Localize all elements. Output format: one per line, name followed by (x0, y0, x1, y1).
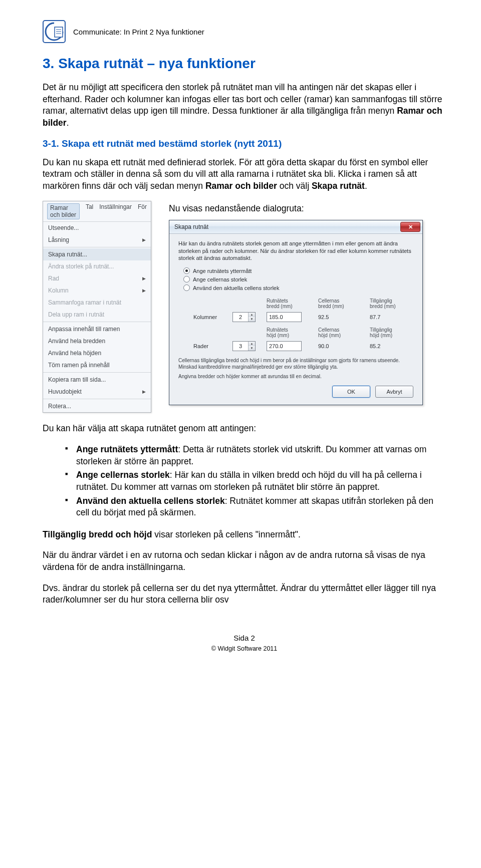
grid-height-input[interactable]: 270.0 (267, 341, 302, 351)
menu-separator (43, 247, 151, 247)
chevron-up-icon: ▲ (248, 342, 255, 346)
menu-item[interactable]: Rotera... (43, 400, 151, 412)
paragraph-update: När du ändrar värdet i en av rutorna och… (43, 549, 446, 573)
menu-item[interactable]: Huvudobjekt▶ (43, 386, 151, 398)
menu-item: Sammanfoga ramar i rutnät (43, 297, 151, 309)
radio-outer-size[interactable]: Ange rutnätets yttermått (183, 267, 413, 274)
menu-item-label: Kolumn (48, 287, 69, 294)
menu-item-label: Låsning (48, 236, 69, 243)
menu-item-label: Töm ramen på innehåll (48, 362, 110, 369)
columns-row: Kolumner 2 ▲▼ 185.0 92.5 87.7 (193, 312, 413, 322)
radio-icon (183, 284, 190, 291)
doc-header: Communicate: In Print 2 Nya funktioner (43, 20, 446, 43)
row-label: Kolumner (193, 314, 228, 320)
list-item: Ange cellernas storlek: Här kan du ställ… (65, 469, 446, 493)
menu-item[interactable]: Anpassa innehåll till ramen (43, 323, 151, 335)
menu-bar-item[interactable]: För (138, 203, 147, 219)
menu-item[interactable]: Använd hela höjden (43, 347, 151, 359)
options-list: Ange rutnätets yttermått: Detta är rutnä… (43, 444, 446, 519)
section-intro: Det är nu möjligt att specificera den st… (43, 82, 446, 129)
copyright: © Widgit Software 2011 (43, 645, 446, 652)
grid-width-input[interactable]: 185.0 (267, 312, 302, 322)
menu-bar: Ramar och bilder Tal Inställningar För (43, 201, 151, 222)
dialog-note: Angivna bredder och höjder kommer att av… (178, 373, 413, 380)
menu-item[interactable]: Töm ramen på innehåll (43, 359, 151, 371)
app-icon (43, 20, 66, 43)
svg-rect-1 (55, 27, 63, 37)
section-title: 3. Skapa rutnät – nya funktioner (43, 56, 446, 72)
menu-item: Kolumn▶ (43, 284, 151, 297)
intro-tail: . (67, 118, 69, 128)
menu-item-label: Skapa rutnät... (48, 251, 87, 258)
menu-item-label: Huvudobjekt (48, 388, 82, 395)
dialog-note: Cellernas tillgängliga bredd och höjd i … (178, 357, 413, 370)
page-number: Sida 2 (43, 634, 446, 642)
dialog-title: Skapa rutnät (174, 223, 208, 230)
menu-item[interactable]: Utseende... (43, 222, 151, 234)
subsection-title: 3-1. Skapa ett rutnät med bestämd storle… (43, 138, 446, 149)
bullet-bold: Ange cellernas storlek (76, 470, 170, 480)
menu-item-label: Kopiera ram till sida... (48, 376, 106, 383)
page-footer: Sida 2 © Widgit Software 2011 (43, 634, 446, 652)
menu-item[interactable]: Låsning▶ (43, 234, 151, 246)
create-grid-dialog: Skapa rutnät ✕ Här kan du ändra rutnätet… (169, 220, 423, 405)
dialog-description: Här kan du ändra rutnätets storlek genom… (178, 240, 413, 261)
menu-item-label: Sammanfoga ramar i rutnät (48, 299, 121, 306)
intro-text: Det är nu möjligt att specificera den st… (43, 82, 442, 116)
menu-bar-item[interactable]: Inställningar (99, 203, 132, 219)
chevron-right-icon: ▶ (142, 288, 146, 293)
menu-item[interactable]: Använd hela bredden (43, 335, 151, 347)
paragraph-dvs: Dvs. ändrar du storlek på cellerna ser d… (43, 583, 446, 606)
dialog-titlebar: Skapa rutnät ✕ (169, 220, 422, 234)
menu-item: Dela upp ram i rutnät (43, 309, 151, 321)
sub-mid: och välj (277, 181, 312, 191)
menu-item-label: Använd hela bredden (48, 338, 105, 345)
dialog-caption: Nu visas nedanstående dialogruta: (169, 203, 446, 214)
menu-item-label: Utseende... (48, 224, 79, 231)
radio-icon (183, 276, 190, 282)
menu-item: Ändra storlek på rutnät... (43, 260, 151, 272)
columns-stepper[interactable]: 2 ▲▼ (232, 312, 256, 322)
menu-separator (43, 372, 151, 373)
radio-icon (183, 267, 190, 274)
p2-rest: visar storleken på cellens "innermått". (152, 529, 300, 539)
menu-item[interactable]: Skapa rutnät... (43, 248, 151, 260)
menu-item-label: Rotera... (48, 403, 71, 410)
p2-bold: Tillgänglig bredd och höjd (43, 529, 152, 539)
radio-current-cell[interactable]: Använd den aktuella cellens storlek (183, 284, 413, 291)
row-label: Rader (193, 343, 228, 349)
grid-headers: Rutnätetshöjd (mm) Cellernashöjd (mm) Ti… (193, 327, 413, 338)
list-item: Använd den aktuella cellens storlek: Rut… (65, 495, 446, 519)
radio-label: Använd den aktuella cellens storlek (193, 285, 279, 291)
menu-bar-item[interactable]: Tal (86, 203, 93, 219)
rows-stepper[interactable]: 3 ▲▼ (232, 341, 256, 351)
sub-bold-1: Ramar och bilder (205, 181, 277, 191)
avail-width-value: 87.7 (370, 314, 417, 320)
sub-tail: . (365, 181, 367, 191)
chevron-right-icon: ▶ (142, 389, 146, 394)
paragraph-available: Tillgänglig bredd och höjd visar storlek… (43, 529, 446, 541)
bullet-bold: Ange rutnätets yttermått (76, 444, 178, 454)
radio-label: Ange rutnätets yttermått (193, 268, 252, 274)
menu-bar-selected[interactable]: Ramar och bilder (47, 203, 80, 219)
ok-button[interactable]: OK (332, 386, 370, 398)
chevron-right-icon: ▶ (142, 276, 146, 281)
menu-item[interactable]: Kopiera ram till sida... (43, 374, 151, 386)
menu-separator (43, 322, 151, 322)
after-lead: Du kan här välja att skapa rutnätet geno… (43, 423, 446, 435)
chevron-up-icon: ▲ (248, 313, 255, 317)
rows-row: Rader 3 ▲▼ 270.0 90.0 85.2 (193, 341, 413, 351)
menu-item-label: Rad (48, 275, 59, 282)
menu-dropdown: Ramar och bilder Tal Inställningar För U… (43, 201, 151, 413)
doc-title: Communicate: In Print 2 Nya funktioner (73, 28, 204, 36)
close-icon[interactable]: ✕ (400, 222, 420, 232)
cell-height-value: 90.0 (318, 343, 366, 349)
menu-item-label: Anpassa innehåll till ramen (48, 326, 120, 333)
menu-item-label: Ändra storlek på rutnät... (48, 263, 114, 270)
menu-separator (43, 399, 151, 399)
radio-cell-size[interactable]: Ange cellernas storlek (183, 276, 413, 282)
cancel-button[interactable]: Avbryt (375, 386, 413, 398)
grid-headers: Rutnätetsbredd (mm) Cellernasbredd (mm) … (193, 298, 413, 309)
sub-bold-2: Skapa rutnät (312, 181, 365, 191)
menu-item-label: Använd hela höjden (48, 350, 101, 357)
